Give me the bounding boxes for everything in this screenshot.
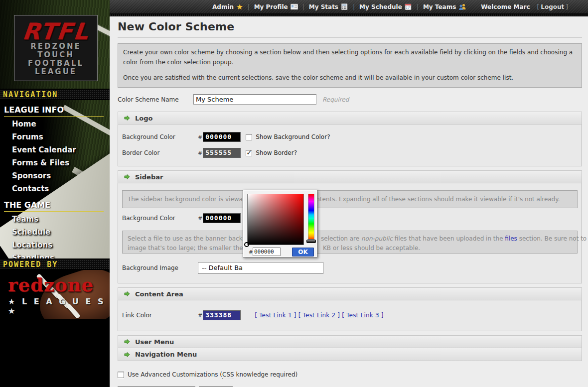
section-title: Navigation Menu	[135, 351, 197, 358]
section-header-user-menu[interactable]: User Menu	[118, 335, 582, 348]
green-arrow-icon	[124, 352, 130, 358]
show-bg-color-label: Show Background Color?	[256, 133, 330, 140]
link-color-swatch[interactable]: 333388	[203, 310, 241, 320]
files-link[interactable]: files	[505, 235, 517, 242]
show-border-checkbox[interactable]	[246, 150, 252, 156]
link-color-label: Link Color	[122, 312, 198, 319]
topbar-my-profile[interactable]: My Profile	[254, 3, 298, 10]
test-link-1[interactable]: [ Test Link 1 ]	[255, 312, 296, 319]
advanced-customizations-checkbox[interactable]	[118, 372, 124, 378]
sidebar-item-teams[interactable]: Teams	[0, 213, 110, 226]
sidebar-item-locations[interactable]: Locations	[0, 239, 110, 252]
section-body-content-area: Link Color # 333388 [ Test Link 1 ] [ Te…	[118, 300, 582, 331]
topbar-dotted-strip	[110, 13, 588, 16]
section-header-sidebar[interactable]: Sidebar	[118, 170, 582, 183]
topbar-admin-label: Admin	[212, 3, 234, 10]
section-body-sidebar: The sidebar background color is viewable…	[118, 183, 582, 283]
star-icon: ★	[236, 2, 243, 11]
topbar-my-schedule-label: My Schedule	[359, 3, 402, 10]
green-arrow-icon	[124, 115, 130, 121]
bracket: ]	[566, 3, 568, 10]
calendar-icon	[405, 3, 412, 10]
hue-slider[interactable]	[308, 194, 314, 240]
sidebar-item-schedule[interactable]: Schedule	[0, 226, 110, 239]
nav-header-the-game: THE GAME	[4, 200, 104, 212]
file-note-fragment: KB or less should be acceptable.	[323, 244, 420, 253]
saturation-value-gradient[interactable]	[247, 194, 304, 245]
test-links: [ Test Link 1 ] [ Test Link 2 ] [ Test L…	[255, 312, 383, 319]
sidebar-bg-image-row: Background Image -- Default Ba	[118, 259, 582, 277]
league-logo: RTFL REDZONE TOUCH FOOTBALL LEAGUE	[14, 15, 98, 81]
topbar-my-stats-label: My Stats	[309, 3, 338, 10]
logo-border-color-swatch[interactable]: 555555	[203, 148, 241, 158]
hue-slider-handle[interactable]	[306, 240, 316, 243]
section-header-content-area[interactable]: Content Area	[118, 287, 582, 300]
picker-ok-button[interactable]: OK	[292, 248, 314, 257]
hash-prefix: #	[198, 312, 202, 320]
sidebar-footer-space	[0, 319, 110, 385]
scheme-name-input[interactable]	[193, 94, 316, 105]
sidebar-nav: LEAGUE INFO Home Forums Event Calendar F…	[0, 100, 110, 258]
sidebar-bg-color-swatch[interactable]: 000000	[203, 213, 241, 223]
intro-box: Create your own color scheme by choosing…	[118, 43, 582, 88]
sidebar-field-banner: RTFL REDZONE TOUCH FOOTBALL LEAGUE	[0, 0, 110, 89]
logo-border-color-row: Border Color # 555555 Show Border?	[118, 145, 582, 161]
group-icon	[458, 3, 466, 10]
topbar-my-schedule[interactable]: My Schedule	[359, 3, 412, 10]
topbar-my-stats[interactable]: My Stats	[309, 3, 348, 10]
topbar-my-teams[interactable]: My Teams	[423, 3, 466, 10]
color-picker-popup: # OK	[243, 190, 317, 258]
sidebar-item-home[interactable]: Home	[0, 118, 110, 130]
sidebar-item-forms-files[interactable]: Forms & Files	[0, 156, 110, 169]
intro-paragraph: Create your own color scheme by choosing…	[123, 47, 577, 67]
sidebar-note: The sidebar background color is viewable…	[122, 190, 578, 208]
color-selection-cursor[interactable]	[244, 242, 249, 247]
sidebar-item-event-calendar[interactable]: Event Calendar	[0, 143, 110, 156]
section-header-navigation-menu[interactable]: Navigation Menu	[118, 348, 582, 361]
main-content: New Color Scheme Create your own color s…	[110, 16, 588, 387]
show-bg-color-checkbox[interactable]	[246, 134, 252, 140]
green-arrow-icon	[124, 174, 130, 180]
test-link-2[interactable]: [ Test Link 2 ]	[298, 312, 340, 319]
section-title: Content Area	[135, 290, 183, 298]
sidebar-item-standings[interactable]: Standings	[0, 252, 110, 258]
powered-by-band: POWERED BY	[0, 258, 110, 270]
picker-hex-input[interactable]	[253, 248, 281, 256]
section-header-logo[interactable]: Logo	[118, 112, 582, 125]
scheme-name-label: Color Scheme Name	[118, 96, 193, 103]
topbar-my-profile-label: My Profile	[254, 3, 288, 10]
section-body-logo: Background Color # 000000 Show Backgroun…	[118, 125, 582, 166]
bg-image-select[interactable]: -- Default Ba	[198, 262, 323, 274]
sidebar-bg-color-label: Background Color	[122, 215, 198, 222]
top-user-bar: Admin ★ | My Profile | My Stats | My Sch…	[110, 0, 588, 13]
required-note: Required	[322, 96, 349, 103]
separator: |	[302, 3, 304, 10]
sidebar-item-sponsors[interactable]: Sponsors	[0, 169, 110, 182]
league-logo-word: LEAGUE	[14, 68, 97, 76]
sidebar-bg-color-row: Background Color # 000000	[118, 210, 582, 226]
hash-prefix: #	[198, 134, 202, 142]
topbar-my-teams-label: My Teams	[423, 3, 456, 10]
sidebar: RTFL REDZONE TOUCH FOOTBALL LEAGUE NAVIG…	[0, 0, 110, 387]
topbar-admin[interactable]: Admin ★	[212, 2, 243, 11]
sidebar-item-forums[interactable]: Forums	[0, 130, 110, 143]
test-link-3[interactable]: [ Test Link 3 ]	[342, 312, 383, 319]
league-logo-acronym: RTFL	[13, 20, 99, 42]
bracket: [	[537, 3, 540, 10]
league-logo-word: FOOTBALL	[14, 59, 97, 68]
section-title: Sidebar	[135, 173, 163, 181]
nav-header-league-info: LEAGUE INFO	[4, 105, 104, 117]
sidebar-item-contacts[interactable]: Contacts	[0, 182, 110, 195]
navigation-band: NAVIGATION	[0, 89, 110, 100]
separator: |	[248, 3, 250, 10]
separator: |	[353, 3, 355, 10]
file-note: Select a file to use as the banner backg…	[122, 231, 578, 254]
page-title: New Color Scheme	[118, 20, 582, 38]
logo-bg-color-label: Background Color	[122, 133, 198, 140]
section-title: Logo	[135, 115, 152, 122]
css-abbr: CSS	[222, 371, 234, 379]
logout-button[interactable]: Logout	[541, 3, 564, 10]
intro-paragraph: Once you are satisfied with the current …	[123, 73, 577, 83]
green-arrow-icon	[124, 339, 130, 345]
logo-bg-color-swatch[interactable]: 000000	[203, 132, 241, 142]
